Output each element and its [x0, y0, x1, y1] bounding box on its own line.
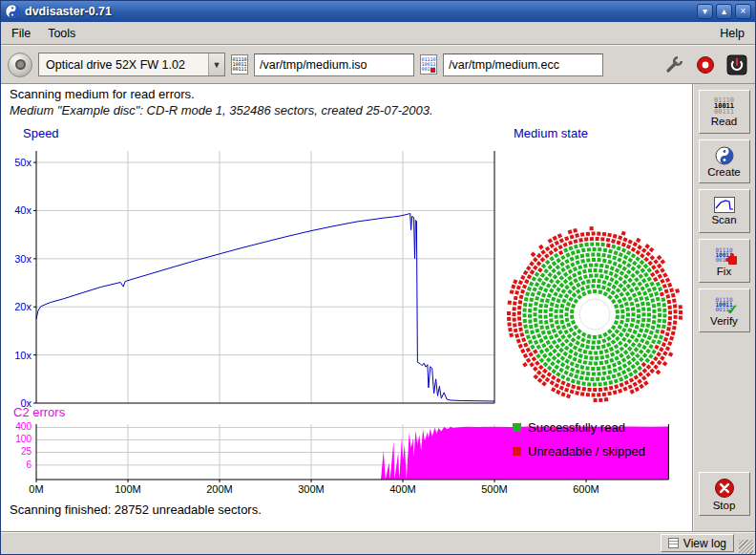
- power-icon: [726, 54, 747, 75]
- scan-button[interactable]: Scan: [699, 189, 750, 233]
- svg-text:25: 25: [21, 446, 32, 457]
- view-log-button[interactable]: View log: [661, 534, 734, 552]
- svg-text:300M: 300M: [298, 483, 325, 495]
- iso-file-icon: 01110 10011 00111: [231, 54, 248, 75]
- puzzle-binary-icon: 011101001100111: [712, 245, 737, 265]
- quit-button[interactable]: [725, 53, 748, 76]
- chevron-down-icon: ▼: [208, 53, 224, 75]
- stop-icon: [714, 478, 735, 499]
- iso-path-input[interactable]: [254, 53, 414, 76]
- maximize-button[interactable]: ▴: [716, 4, 732, 19]
- svg-text:200M: 200M: [206, 483, 233, 495]
- checkmark-binary-icon: 011101001100111 ✓: [712, 295, 737, 314]
- lifesaver-icon: [696, 55, 715, 75]
- view-log-label: View log: [683, 537, 726, 550]
- fix-button[interactable]: 011101001100111 Fix: [699, 239, 750, 283]
- svg-text:6: 6: [26, 459, 32, 470]
- create-label: Create: [707, 166, 741, 178]
- puzzle-piece-icon: [728, 256, 737, 265]
- stop-button[interactable]: Stop: [699, 472, 750, 516]
- legend-label: Unreadable / skipped: [528, 444, 645, 459]
- toolbar: Optical drive 52X FW 1.02 ▼ 01110 10011 …: [1, 45, 755, 84]
- menu-tools[interactable]: Tools: [39, 24, 84, 43]
- svg-text:400M: 400M: [389, 483, 416, 495]
- log-icon: [668, 538, 679, 548]
- svg-text:600M: 600M: [573, 483, 599, 495]
- red-swatch: [513, 447, 521, 456]
- menu-help[interactable]: Help: [711, 24, 753, 43]
- resize-grip[interactable]: [739, 540, 753, 554]
- menubar: File Tools Help: [1, 22, 755, 45]
- wrench-icon: [664, 55, 683, 75]
- ecc-path-input[interactable]: [443, 53, 603, 76]
- statusbar: View log: [1, 531, 755, 554]
- content-area: 0x10x20x30x40x50x4001002560M100M200M300M…: [1, 84, 755, 531]
- legend-label: Successfully read: [528, 420, 625, 435]
- scan-label: Scan: [711, 214, 736, 225]
- titlebar[interactable]: dvdisaster-0.71 ▾ ▴ ×: [1, 1, 755, 22]
- window-title: dvdisaster-0.71: [25, 5, 694, 18]
- close-button[interactable]: ×: [735, 4, 751, 19]
- read-label: Read: [711, 116, 738, 127]
- ecc-corner-mark: [430, 68, 435, 73]
- medium-info-line: Medium "Example disc": CD-R mode 1, 3524…: [10, 103, 433, 117]
- cd-icon: [15, 59, 26, 70]
- stop-label: Stop: [713, 500, 736, 511]
- svg-text:10x: 10x: [14, 350, 32, 361]
- create-button[interactable]: Create: [699, 139, 750, 183]
- svg-text:500M: 500M: [481, 483, 508, 495]
- scan-finished-status: Scanning finished: 28752 unreadable sect…: [10, 502, 262, 517]
- scan-panel: 0x10x20x30x40x50x4001002560M100M200M300M…: [1, 84, 692, 531]
- app-yinyang-icon: [5, 4, 20, 19]
- app-window: dvdisaster-0.71 ▾ ▴ × File Tools Help Op…: [0, 0, 756, 555]
- minimize-button[interactable]: ▾: [697, 4, 713, 19]
- help-button[interactable]: [694, 53, 717, 76]
- svg-text:20x: 20x: [14, 301, 32, 312]
- action-sidebar: 011101001100111 Read Create Scan: [692, 84, 755, 531]
- drive-select-value: Optical drive 52X FW 1.02: [39, 53, 208, 75]
- drive-button[interactable]: [8, 53, 32, 77]
- checkmark-icon: ✓: [726, 301, 739, 318]
- scan-status-line: Scanning medium for read errors.: [10, 87, 195, 101]
- c2-chart-title: C2 errors: [13, 405, 65, 419]
- menu-file[interactable]: File: [3, 24, 39, 43]
- medium-state-disc: [504, 224, 685, 405]
- legend-successfully-read: Successfully read: [513, 420, 625, 435]
- svg-text:0M: 0M: [29, 483, 43, 495]
- green-swatch: [513, 423, 521, 432]
- legend-unreadable: Unreadable / skipped: [513, 444, 645, 459]
- fix-label: Fix: [717, 266, 731, 277]
- svg-text:100M: 100M: [115, 483, 141, 495]
- yinyang-icon: [715, 146, 734, 165]
- svg-text:400: 400: [15, 421, 32, 432]
- read-button[interactable]: 011101001100111 Read: [699, 90, 750, 134]
- drive-select[interactable]: Optical drive 52X FW 1.02 ▼: [38, 53, 225, 76]
- curve-chart-icon: [714, 197, 735, 213]
- svg-text:100: 100: [15, 434, 32, 444]
- verify-button[interactable]: 011101001100111 ✓ Verify: [699, 288, 750, 332]
- svg-text:30x: 30x: [14, 253, 32, 265]
- medium-state-title: Medium state: [514, 126, 588, 140]
- binary-icon: 011101001100111: [714, 97, 734, 115]
- speed-chart-title: Speed: [23, 126, 59, 140]
- svg-text:40x: 40x: [14, 204, 32, 216]
- svg-text:50x: 50x: [14, 157, 32, 168]
- preferences-button[interactable]: [662, 53, 685, 76]
- ecc-file-icon: 01110 10011 00111: [420, 54, 437, 75]
